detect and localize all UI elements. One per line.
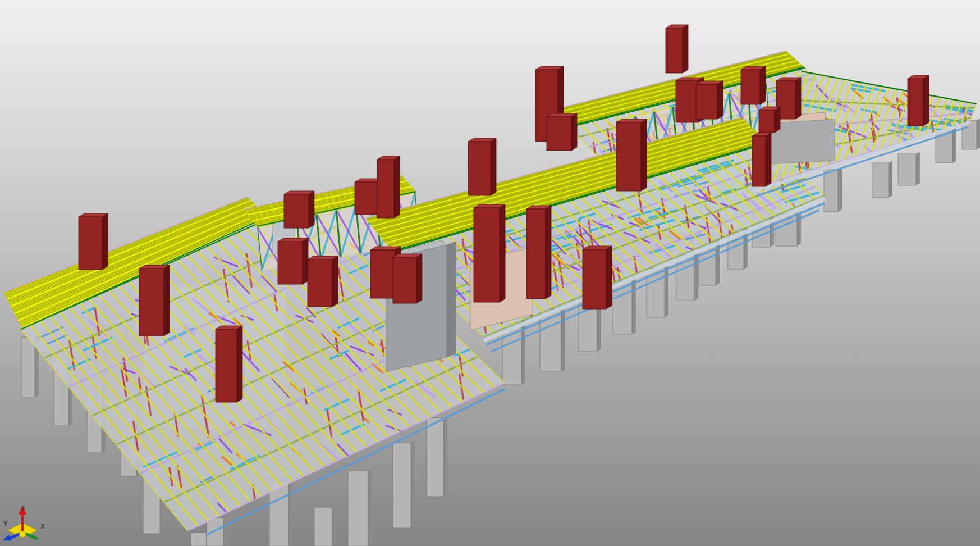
chimney-side-face bbox=[309, 191, 314, 228]
chimney-front-face bbox=[696, 84, 717, 119]
column-side-face bbox=[443, 416, 447, 497]
chimney[interactable] bbox=[741, 66, 766, 104]
column[interactable] bbox=[348, 468, 372, 546]
chimney-side-face bbox=[416, 254, 422, 303]
column[interactable] bbox=[824, 167, 842, 212]
column-front-face bbox=[191, 533, 207, 546]
chimney-front-face bbox=[908, 79, 923, 126]
viewport-canvas[interactable]: Z Y X bbox=[0, 0, 980, 546]
chimney-front-face bbox=[759, 110, 775, 133]
column-side-face bbox=[223, 516, 227, 546]
z-axis-label: Z bbox=[21, 504, 25, 512]
concrete-shaft-side[interactable] bbox=[447, 242, 456, 357]
column-side-face bbox=[288, 480, 292, 546]
chimney-front-face bbox=[526, 209, 546, 299]
chimney[interactable] bbox=[547, 113, 577, 151]
chimney[interactable] bbox=[468, 138, 496, 195]
chimney-side-face bbox=[571, 113, 577, 151]
column-front-face bbox=[613, 281, 632, 334]
chimney[interactable] bbox=[908, 75, 929, 126]
chimney-side-face bbox=[775, 107, 780, 133]
ucs-origin-ball-icon bbox=[20, 531, 26, 538]
column-side-face bbox=[632, 279, 636, 334]
column[interactable] bbox=[427, 416, 447, 497]
chimney-side-face bbox=[606, 246, 612, 309]
column-side-face bbox=[889, 161, 892, 198]
chimney-side-face bbox=[760, 66, 766, 104]
chimney[interactable] bbox=[216, 326, 242, 402]
column-front-face bbox=[207, 518, 223, 546]
column[interactable] bbox=[898, 152, 920, 185]
chimney-side-face bbox=[332, 256, 338, 307]
chimney-side-face bbox=[717, 81, 723, 119]
column-side-face bbox=[977, 118, 980, 149]
chimney[interactable] bbox=[139, 265, 170, 336]
chimney-side-face bbox=[683, 25, 688, 73]
column-side-face bbox=[694, 252, 698, 301]
chimney-side-face bbox=[641, 119, 647, 191]
chimney-front-face bbox=[474, 208, 500, 302]
chimney[interactable] bbox=[474, 204, 505, 302]
y-axis-label: Y bbox=[3, 519, 8, 527]
column-side-face bbox=[368, 468, 372, 546]
chimney-front-face bbox=[468, 142, 491, 195]
chimney-side-face bbox=[164, 265, 170, 336]
chimney-front-face bbox=[79, 217, 102, 270]
chimney-side-face bbox=[491, 138, 496, 195]
column[interactable] bbox=[393, 440, 415, 528]
column-side-face bbox=[411, 440, 415, 528]
x-axis-label: X bbox=[40, 522, 45, 530]
chimney-front-face bbox=[547, 117, 571, 151]
chimney-front-face bbox=[308, 260, 332, 307]
chimney-side-face bbox=[102, 213, 108, 270]
chimney[interactable] bbox=[284, 191, 314, 228]
column-side-face bbox=[665, 266, 668, 317]
column[interactable] bbox=[873, 161, 892, 198]
chimney-front-face bbox=[216, 329, 237, 402]
column-front-face bbox=[427, 418, 443, 497]
column-side-face bbox=[332, 505, 336, 546]
column-side-face bbox=[561, 307, 565, 372]
chimney-side-face bbox=[546, 206, 551, 299]
column-front-face bbox=[647, 268, 665, 317]
chimney[interactable] bbox=[696, 81, 723, 119]
chimney-side-face bbox=[237, 326, 242, 402]
chimney[interactable] bbox=[526, 206, 551, 299]
column-front-face bbox=[21, 337, 35, 398]
chimney-front-face bbox=[616, 122, 641, 191]
model-viewport-3d[interactable]: Z Y X bbox=[0, 0, 980, 546]
chimney[interactable] bbox=[752, 133, 771, 186]
chimney-side-face bbox=[500, 204, 505, 302]
column-front-face bbox=[393, 443, 411, 528]
chimney-front-face bbox=[676, 81, 698, 122]
chimney-front-face bbox=[752, 136, 766, 186]
column-front-face bbox=[314, 507, 332, 546]
column-front-face bbox=[898, 154, 916, 185]
chimney-front-face bbox=[355, 182, 377, 215]
chimney[interactable] bbox=[616, 119, 647, 191]
column[interactable] bbox=[314, 505, 336, 546]
chimney-side-face bbox=[795, 78, 801, 119]
chimney[interactable] bbox=[278, 238, 308, 284]
column-front-face bbox=[824, 170, 838, 212]
chimney-front-face bbox=[278, 242, 303, 284]
chimney-side-face bbox=[923, 75, 929, 126]
column-side-face bbox=[838, 167, 842, 212]
column-side-face bbox=[797, 211, 801, 246]
chimney[interactable] bbox=[666, 25, 688, 73]
chimney[interactable] bbox=[79, 213, 108, 270]
chimney-front-face bbox=[741, 70, 760, 104]
chimney[interactable] bbox=[377, 156, 400, 218]
chimney[interactable] bbox=[308, 256, 338, 307]
chimney-front-face bbox=[370, 250, 395, 298]
column-side-face bbox=[916, 152, 920, 185]
chimney-side-face bbox=[394, 156, 400, 218]
chimney-front-face bbox=[666, 28, 683, 73]
column-front-face bbox=[873, 163, 889, 198]
chimney[interactable] bbox=[393, 254, 422, 303]
column-side-face bbox=[716, 239, 720, 285]
chimney-front-face bbox=[377, 160, 394, 218]
chimney-front-face bbox=[583, 249, 606, 309]
chimney[interactable] bbox=[759, 107, 780, 133]
chimney[interactable] bbox=[583, 246, 612, 309]
